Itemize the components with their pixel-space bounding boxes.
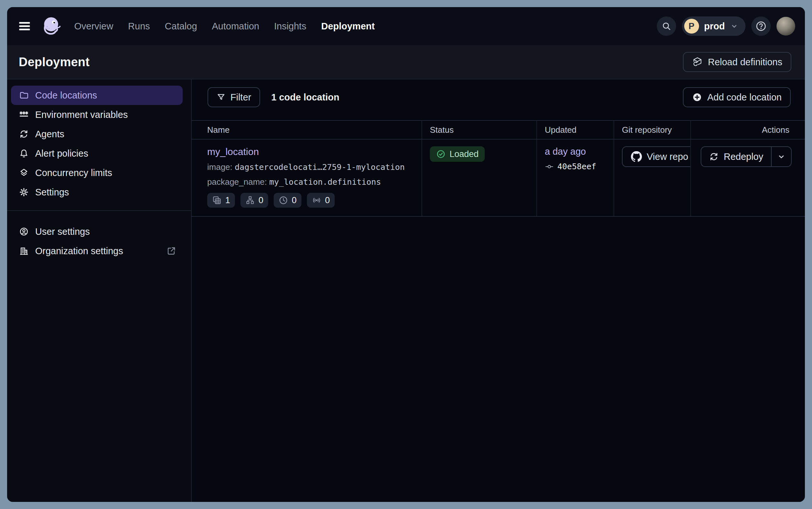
- nav-item-runs[interactable]: Runs: [128, 21, 150, 32]
- jobs-icon: [245, 195, 255, 205]
- assets-icon: [212, 195, 222, 205]
- sidebar-item-user-settings[interactable]: User settings: [11, 222, 183, 241]
- search-icon: [662, 21, 671, 31]
- redeploy-refresh-icon: [709, 152, 719, 162]
- deployment-name: prod: [704, 21, 725, 32]
- sidebar-footer: User settings Organization settings: [7, 222, 191, 261]
- github-icon: [631, 151, 642, 162]
- sensors-icon: [312, 195, 322, 205]
- commit-row: 40e58eef: [545, 162, 614, 171]
- package-meta: package_name: my_location.definitions: [207, 177, 421, 187]
- git-repository-cell: View repo: [614, 139, 691, 216]
- sidebar-item-label: Alert policies: [35, 148, 88, 159]
- redeploy-label: Redeploy: [724, 151, 763, 162]
- bell-icon: [19, 148, 29, 158]
- updated-cell: a day ago 40e58eef: [537, 139, 614, 216]
- nav-item-insights[interactable]: Insights: [274, 21, 306, 32]
- commit-hash: 40e58eef: [557, 162, 596, 171]
- redeploy-split-button: Redeploy: [701, 146, 792, 167]
- updated-time-link[interactable]: a day ago: [545, 146, 586, 157]
- column-header-updated: Updated: [537, 121, 614, 139]
- name-cell: my_location image: dagstercodelocati…275…: [192, 139, 422, 216]
- add-code-location-label: Add code location: [707, 92, 782, 103]
- sidebar-item-settings[interactable]: Settings: [11, 182, 183, 202]
- code-locations-table: Name Status Updated Git repository Actio…: [192, 120, 805, 217]
- redeploy-dropdown-toggle[interactable]: [771, 147, 791, 166]
- building-icon: [19, 246, 29, 256]
- env-vars-icon: [19, 110, 29, 120]
- jobs-count-badge: 0: [241, 193, 268, 208]
- gear-icon: [19, 187, 29, 197]
- primary-nav: Overview Runs Catalog Automation Insight…: [74, 21, 375, 32]
- column-header-name: Name: [192, 121, 422, 139]
- toolbar: Filter 1 code location Add code location: [192, 79, 805, 107]
- column-header-git-repository: Git repository: [614, 121, 691, 139]
- reload-cube-icon: [692, 57, 703, 68]
- image-label: image:: [207, 162, 232, 172]
- package-value: my_location.definitions: [269, 177, 381, 187]
- status-label: Loaded: [450, 149, 479, 159]
- reload-definitions-button[interactable]: Reload definitions: [683, 52, 791, 72]
- deployment-initial-badge: P: [684, 19, 699, 34]
- definition-count-badges: 1: [207, 193, 421, 208]
- filter-funnel-icon: [217, 93, 226, 102]
- nav-item-deployment[interactable]: Deployment: [321, 21, 375, 32]
- filter-label: Filter: [230, 92, 251, 103]
- plus-circle-icon: [692, 92, 702, 102]
- top-navigation: Overview Runs Catalog Automation Insight…: [7, 7, 805, 45]
- column-header-actions: Actions: [691, 121, 805, 139]
- nav-item-overview[interactable]: Overview: [74, 21, 113, 32]
- schedules-count: 0: [292, 195, 297, 205]
- sidebar-item-organization-settings[interactable]: Organization settings: [11, 241, 183, 261]
- dagster-logo[interactable]: [41, 15, 63, 37]
- filter-button[interactable]: Filter: [208, 87, 260, 107]
- column-header-status: Status: [422, 121, 537, 139]
- chevron-down-icon: [777, 152, 786, 161]
- user-avatar[interactable]: [776, 17, 795, 36]
- sidebar-item-environment-variables[interactable]: Environment variables: [11, 105, 183, 124]
- sidebar-item-concurrency-limits[interactable]: Concurrency limits: [11, 163, 183, 182]
- status-badge: Loaded: [430, 146, 485, 162]
- help-button[interactable]: [751, 16, 771, 36]
- redeploy-button[interactable]: Redeploy: [701, 147, 771, 166]
- nav-item-automation[interactable]: Automation: [212, 21, 259, 32]
- app-window: Overview Runs Catalog Automation Insight…: [7, 7, 805, 502]
- sidebar-item-label: Code locations: [35, 90, 97, 101]
- sidebar-divider: [7, 210, 191, 211]
- chevron-down-icon: [730, 22, 738, 30]
- view-repo-button[interactable]: View repo: [622, 146, 691, 167]
- hamburger-menu-icon[interactable]: [19, 21, 33, 31]
- question-circle-icon: [755, 20, 767, 32]
- table-header-row: Name Status Updated Git repository Actio…: [192, 120, 805, 139]
- person-circle-icon: [19, 227, 29, 236]
- sidebar-item-label: Concurrency limits: [35, 168, 112, 178]
- check-circle-icon: [436, 149, 446, 159]
- folder-icon: [19, 91, 29, 100]
- image-meta: image: dagstercodelocati…2759-1-mylocati…: [207, 162, 421, 172]
- sidebar-item-label: Agents: [35, 129, 64, 139]
- jobs-count: 0: [259, 195, 263, 205]
- nav-item-catalog[interactable]: Catalog: [165, 21, 197, 32]
- sidebar-item-label: Environment variables: [35, 109, 128, 120]
- deployment-switcher[interactable]: P prod: [682, 16, 745, 36]
- sidebar-item-agents[interactable]: Agents: [11, 124, 183, 144]
- code-location-link[interactable]: my_location: [207, 146, 259, 157]
- content-area: Code locations Environment variables: [7, 79, 805, 502]
- topnav-right-controls: P prod: [657, 16, 795, 36]
- sidebar-item-code-locations[interactable]: Code locations: [11, 86, 183, 105]
- view-repo-label: View repo: [647, 151, 688, 162]
- package-label: package_name:: [207, 177, 267, 187]
- add-code-location-button[interactable]: Add code location: [683, 87, 791, 107]
- table-row: my_location image: dagstercodelocati…275…: [192, 139, 805, 217]
- external-link-icon: [167, 246, 176, 256]
- sidebar-item-alert-policies[interactable]: Alert policies: [11, 144, 183, 163]
- code-locations-main: Filter 1 code location Add code location…: [192, 79, 805, 502]
- sidebar-item-label: Organization settings: [35, 246, 123, 257]
- layers-icon: [19, 168, 29, 178]
- page-title: Deployment: [19, 55, 89, 69]
- search-button[interactable]: [657, 16, 676, 36]
- git-commit-icon: [545, 162, 554, 171]
- sensors-count-badge: 0: [307, 193, 335, 208]
- sidebar-item-label: Settings: [35, 187, 69, 198]
- schedules-count-badge: 0: [274, 193, 301, 208]
